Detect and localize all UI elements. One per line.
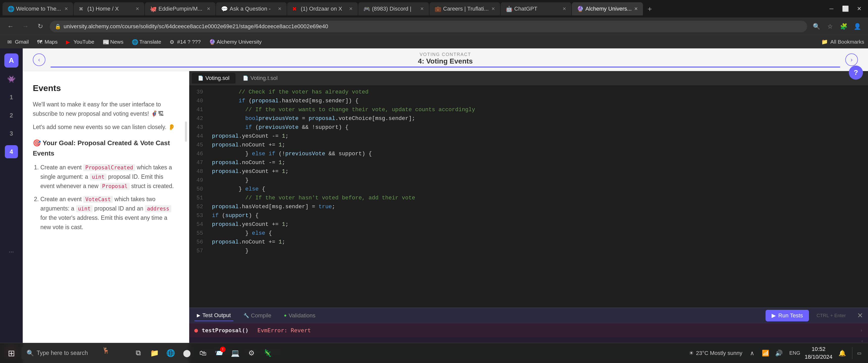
language-indicator[interactable]: ENG [789,347,801,359]
lesson-intro-2: Let's add some new events so we can list… [33,123,179,132]
close-button[interactable]: ✕ [853,4,866,14]
tab-compile[interactable]: 🔧 Compile [241,310,274,321]
minimize-button[interactable]: ─ [825,4,838,14]
tab-close-3[interactable]: ✕ [207,6,211,11]
sidebar-step-2[interactable]: 2 [5,109,18,122]
weather-icon: ☀ [689,350,694,357]
tab-4[interactable]: 💬 Ask a Question - ✕ [216,2,287,15]
maximize-button[interactable]: ⬜ [839,4,851,14]
reload-button[interactable]: ↻ [35,21,46,32]
tab-6[interactable]: 🎮 (8983) Discord | ✕ [358,2,429,15]
tab-label-9: Alchemy Univers... [585,5,631,12]
code-line-55: } else { [212,229,863,238]
sidebar-step-4[interactable]: 4 [5,145,18,158]
app-container: A 👾 1 2 3 4 ··· 🦊 ‹ VOTING CONTRACT 4: V… [0,48,868,363]
test-result-fail[interactable]: ● testProposal() EvmError: Revert › [189,323,868,337]
tab-close-8[interactable]: ✕ [562,6,566,11]
tray-chevron[interactable]: ∧ [746,347,758,359]
tab-validations[interactable]: ● Validations [281,310,318,321]
test-expand-1[interactable]: › [860,327,863,333]
back-button[interactable]: ← [5,21,16,32]
step-1-code-2: uint [90,173,107,180]
bookmark-translate[interactable]: 🌐 Translate [128,37,165,46]
tab-5[interactable]: ✖ (1) Ordzaar on X ✕ [287,2,358,15]
clock-time: 10:52 [805,345,832,353]
tab-close-5[interactable]: ✕ [349,6,353,11]
translate-favicon: 🌐 [132,39,137,45]
tab-voting-t-sol[interactable]: 📄 Voting.t.sol [237,73,284,84]
show-desktop-button[interactable]: ▭ [852,347,864,359]
ln-43: 43 [193,123,203,132]
chrome-button[interactable]: ⬤ [180,346,194,360]
next-stage-button[interactable]: › [845,54,858,66]
tab-voting-sol[interactable]: 📄 Voting.sol [192,73,236,84]
forward-button[interactable]: → [20,21,31,32]
tab-test-output[interactable]: ▶ Test Output [194,310,234,321]
app-store-button[interactable]: 🛍 [196,346,210,360]
tab-close-9[interactable]: ✕ [634,6,638,11]
tab-7[interactable]: 💼 Careers | Truflati... ✕ [430,2,500,15]
tab-close-4[interactable]: ✕ [278,6,282,11]
prev-stage-button[interactable]: ‹ [33,54,45,66]
code-editor[interactable]: 39 40 41 42 43 44 45 46 47 48 49 50 51 5… [189,85,868,307]
network-icon[interactable]: 📶 [760,347,772,359]
clock[interactable]: 10:52 18/10/2024 [805,345,832,361]
edge-button[interactable]: 🌐 [163,346,178,360]
alchemy-logo[interactable]: A [4,54,19,68]
tab-close-6[interactable]: ✕ [420,6,424,11]
bookmark-alchemy[interactable]: 🔮 Alchemy University [206,37,265,46]
url-bar[interactable]: 🔒 university.alchemy.com/course/solidity… [50,21,807,32]
extensions-icon[interactable]: 🧩 [838,21,849,32]
bookmark-news[interactable]: 📰 News [99,37,127,46]
close-test-button[interactable]: ✕ [857,311,863,320]
tab-2[interactable]: ✖ (1) Home / X ✕ [74,2,144,15]
run-tests-button[interactable]: ▶ Run Tests [766,310,809,321]
bookmark-gmail[interactable]: ✉ Gmail [4,37,32,46]
task-view-button[interactable]: ⧉ [131,346,145,360]
stage-header: ‹ VOTING CONTRACT 4: Voting Events › [23,48,868,71]
weather-text: 23°C Mostly sunny [696,350,742,357]
ln-42: 42 [193,114,203,123]
sidebar-step-3[interactable]: 3 [5,127,18,140]
tab-close-7[interactable]: ✕ [491,6,495,11]
bookmark-youtube[interactable]: ▶ YouTube [62,37,98,46]
help-button[interactable]: ? [849,66,863,80]
extra-button[interactable]: 🦎 [260,346,275,360]
tab-3[interactable]: 🐙 EddiePumpin/M... ✕ [145,2,216,15]
profile-icon[interactable]: 👤 [852,21,863,32]
ln-51: 51 [193,194,203,202]
bookmarks-bar: ✉ Gmail 🗺 Maps ▶ YouTube 📰 News 🌐 Transl… [0,35,868,48]
tab-favicon-3: 🐙 [150,6,156,12]
tab-8[interactable]: 🤖 ChatGPT ✕ [501,2,571,15]
window-controls: ─ ⬜ ✕ [825,4,866,14]
step-2-code-3: address [145,205,171,212]
tab-label-4: Ask a Question - [229,5,271,12]
step-2-code-2: uint [76,205,93,212]
tab-close-1[interactable]: ✕ [64,6,68,11]
vscode-button[interactable]: 💻 [228,346,242,360]
sidebar-more-button[interactable]: ··· [9,248,14,255]
file-explorer-button[interactable]: 📁 [147,346,161,360]
bookmark-misc[interactable]: ⚙ #14 ? ??? [166,37,204,46]
start-button[interactable]: ⊞ [4,345,19,361]
tab-label-6: (8983) Discord | [372,5,411,12]
sidebar-alien-icon[interactable]: 👾 [5,73,18,86]
new-tab-button[interactable]: ＋ [644,2,656,15]
tab-9[interactable]: 🔮 Alchemy Univers... ✕ [572,2,643,15]
step-2: Create an event VoteCast which takes two… [40,195,179,232]
ln-44: 44 [193,132,203,141]
volume-icon[interactable]: 🔊 [773,347,785,359]
ganache-button[interactable]: ⚙ [244,346,258,360]
shortcut-hint: CTRL + Enter [816,313,846,318]
telegram-button[interactable]: 📨 ! [212,346,226,360]
sidebar-step-1[interactable]: 1 [5,91,18,104]
notifications-icon[interactable]: 🔔 [836,347,848,359]
taskbar-search[interactable]: 🔍 Type here to search 🦌 [22,346,127,360]
bookmark-maps[interactable]: 🗺 Maps [34,37,61,46]
bookmark-icon[interactable]: ☆ [825,21,836,32]
tab-1[interactable]: 🌐 Welcome to The... ✕ [2,2,73,15]
all-bookmarks[interactable]: 📁 All Bookmarks [821,39,864,45]
content-area: Events We'll want to make it easy for th… [23,71,868,363]
search-icon[interactable]: 🔍 [811,21,822,32]
tab-close-2[interactable]: ✕ [135,6,139,11]
